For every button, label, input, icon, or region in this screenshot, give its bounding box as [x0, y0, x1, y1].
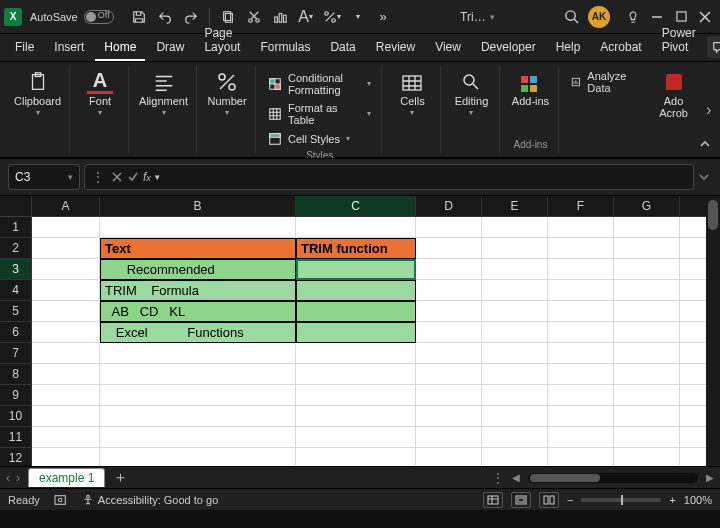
row-header[interactable]: 10: [0, 406, 32, 427]
cell-D5[interactable]: [416, 301, 482, 322]
cell-F7[interactable]: [548, 343, 614, 364]
cell-C1[interactable]: [296, 217, 416, 238]
tab-acrobat[interactable]: Acrobat: [591, 35, 650, 61]
cell-A5[interactable]: [32, 301, 100, 322]
cell-C4[interactable]: [296, 280, 416, 301]
autosave-control[interactable]: AutoSave: [30, 10, 114, 24]
column-header[interactable]: D: [416, 196, 482, 217]
sheet-tab-active[interactable]: example 1: [28, 468, 105, 487]
hscroll-right-icon[interactable]: ▶: [706, 472, 714, 483]
cell-D6[interactable]: [416, 322, 482, 343]
cell-D10[interactable]: [416, 406, 482, 427]
cell-F3[interactable]: [548, 259, 614, 280]
cell-F5[interactable]: [548, 301, 614, 322]
tab-draw[interactable]: Draw: [147, 35, 193, 61]
cell-B6[interactable]: Excel Functions: [100, 322, 296, 343]
paste-button[interactable]: Clipboard ▾: [12, 68, 63, 119]
cell-B5[interactable]: AB CD KL: [100, 301, 296, 322]
tab-power-pivot[interactable]: Power Pivot: [653, 21, 705, 61]
cell-B9[interactable]: [100, 385, 296, 406]
collapse-ribbon-icon[interactable]: [694, 135, 716, 153]
cell-C3[interactable]: [296, 259, 416, 280]
percent-quick-icon[interactable]: ▾: [321, 6, 343, 28]
conditional-formatting-button[interactable]: Conditional Formatting ▾: [264, 70, 375, 98]
expand-formula-bar-icon[interactable]: [696, 169, 712, 185]
cell-C7[interactable]: [296, 343, 416, 364]
cell-F6[interactable]: [548, 322, 614, 343]
tab-data[interactable]: Data: [321, 35, 364, 61]
chart-quick-icon[interactable]: [269, 6, 291, 28]
row-header[interactable]: 12: [0, 448, 32, 466]
column-header[interactable]: E: [482, 196, 548, 217]
cell-C8[interactable]: [296, 364, 416, 385]
cell-A8[interactable]: [32, 364, 100, 385]
cell-D8[interactable]: [416, 364, 482, 385]
comments-button[interactable]: [707, 36, 720, 58]
cell-B2[interactable]: Text: [100, 238, 296, 259]
cell-D9[interactable]: [416, 385, 482, 406]
sheet-nav-prev[interactable]: ‹: [6, 471, 10, 485]
cell-B1[interactable]: [100, 217, 296, 238]
cell-C2[interactable]: TRIM function: [296, 238, 416, 259]
cell-G4[interactable]: [614, 280, 680, 301]
cell-B4[interactable]: TRIM Formula: [100, 280, 296, 301]
cell-G12[interactable]: [614, 448, 680, 466]
cell-B10[interactable]: [100, 406, 296, 427]
column-header[interactable]: G: [614, 196, 680, 217]
tab-insert[interactable]: Insert: [45, 35, 93, 61]
cell-B11[interactable]: [100, 427, 296, 448]
cell-A6[interactable]: [32, 322, 100, 343]
cell-F4[interactable]: [548, 280, 614, 301]
qat-more-icon[interactable]: »: [373, 6, 395, 28]
qat-overflow-icon[interactable]: ▾: [347, 6, 369, 28]
cell-styles-button[interactable]: Cell Styles ▾: [264, 130, 354, 148]
column-header[interactable]: F: [548, 196, 614, 217]
cell-F9[interactable]: [548, 385, 614, 406]
cell-B7[interactable]: [100, 343, 296, 364]
cell-E2[interactable]: [482, 238, 548, 259]
cell-E8[interactable]: [482, 364, 548, 385]
cell-A10[interactable]: [32, 406, 100, 427]
cell-G11[interactable]: [614, 427, 680, 448]
row-header[interactable]: 1: [0, 217, 32, 238]
save-icon[interactable]: [128, 6, 150, 28]
vertical-scrollbar[interactable]: [706, 196, 720, 466]
tab-help[interactable]: Help: [547, 35, 590, 61]
addins-button[interactable]: Add-ins: [508, 68, 552, 110]
row-header[interactable]: 4: [0, 280, 32, 301]
cell-C10[interactable]: [296, 406, 416, 427]
cell-F8[interactable]: [548, 364, 614, 385]
cell-E11[interactable]: [482, 427, 548, 448]
cell-G10[interactable]: [614, 406, 680, 427]
cell-G3[interactable]: [614, 259, 680, 280]
tab-home[interactable]: Home: [95, 35, 145, 61]
select-all-corner[interactable]: [0, 196, 32, 217]
autosave-toggle[interactable]: [84, 10, 114, 24]
undo-icon[interactable]: [154, 6, 176, 28]
cell-C9[interactable]: [296, 385, 416, 406]
cell-A11[interactable]: [32, 427, 100, 448]
cell-B12[interactable]: [100, 448, 296, 466]
row-header[interactable]: 6: [0, 322, 32, 343]
cell-A1[interactable]: [32, 217, 100, 238]
cell-C11[interactable]: [296, 427, 416, 448]
column-header[interactable]: C: [296, 196, 416, 217]
tab-file[interactable]: File: [6, 35, 43, 61]
acrobat-button[interactable]: AdoAcrob: [652, 68, 696, 121]
tab-formulas[interactable]: Formulas: [251, 35, 319, 61]
cell-D1[interactable]: [416, 217, 482, 238]
cell-A2[interactable]: [32, 238, 100, 259]
column-header[interactable]: B: [100, 196, 296, 217]
cell-G5[interactable]: [614, 301, 680, 322]
cell-C5[interactable]: [296, 301, 416, 322]
cell-G1[interactable]: [614, 217, 680, 238]
cell-E5[interactable]: [482, 301, 548, 322]
horizontal-scrollbar[interactable]: [528, 473, 698, 483]
cell-E3[interactable]: [482, 259, 548, 280]
user-avatar[interactable]: AK: [588, 6, 610, 28]
cell-F1[interactable]: [548, 217, 614, 238]
fx-icon[interactable]: fx: [143, 170, 151, 184]
tab-review[interactable]: Review: [367, 35, 424, 61]
document-title[interactable]: Tri… ▾: [460, 10, 495, 24]
row-header[interactable]: 7: [0, 343, 32, 364]
